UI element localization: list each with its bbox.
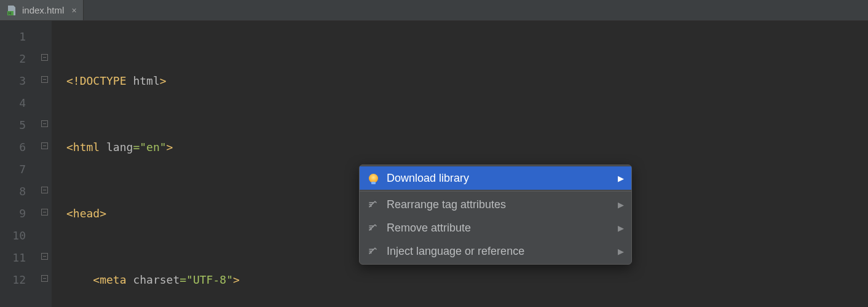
close-icon[interactable]: × [71, 6, 76, 15]
chevron-right-icon: ▶ [618, 247, 624, 256]
fold-toggle-icon[interactable] [41, 187, 48, 193]
svg-text:H: H [9, 10, 12, 15]
line-number: 7 [0, 158, 26, 181]
popup-item-download-library[interactable]: Download library ▶ [360, 166, 631, 190]
code-token: <!DOCTYPE [66, 74, 133, 87]
code-token: = [180, 273, 186, 286]
code-token: " [226, 273, 233, 286]
chevron-right-icon: ▶ [618, 223, 624, 233]
code-token: charset [133, 273, 180, 286]
popup-item-label: Rearrange tag attributes [387, 198, 506, 211]
fold-column [37, 21, 52, 307]
wand-icon [367, 222, 379, 233]
fold-toggle-icon[interactable] [41, 275, 48, 282]
line-number: 10 [0, 225, 26, 247]
line-number: 11 [0, 247, 26, 269]
code-token: en [146, 141, 160, 154]
tab-filename: index.html [22, 5, 64, 15]
line-number: 6 [0, 136, 26, 158]
fold-toggle-icon[interactable] [41, 209, 48, 216]
code-token: <html [66, 141, 106, 154]
line-number-gutter: 1 2 3 4 5 6 7 8 9 10 11 12 [0, 21, 37, 307]
code-token: > [167, 141, 173, 154]
fold-toggle-icon[interactable] [41, 76, 48, 83]
code-token: = [133, 141, 140, 154]
code-token: > [233, 273, 240, 286]
bulb-icon [367, 174, 379, 183]
line-number: 4 [0, 92, 26, 114]
wand-icon [367, 246, 379, 257]
fold-toggle-icon[interactable] [41, 142, 48, 149]
line-number: 9 [0, 203, 26, 225]
popup-item-label: Remove attribute [387, 222, 471, 235]
popup-item-inject-language[interactable]: Inject language or reference ▶ [360, 239, 631, 263]
code-token: html [133, 74, 159, 87]
line-number: 8 [0, 181, 26, 203]
intention-actions-popup: Download library ▶ Rearrange tag attribu… [359, 165, 632, 265]
html-file-icon: H [6, 5, 17, 16]
chevron-right-icon: ▶ [618, 200, 624, 209]
chevron-right-icon: ▶ [618, 174, 624, 183]
code-token: UTF-8 [193, 273, 226, 286]
fold-toggle-icon[interactable] [41, 253, 48, 260]
popup-item-remove-attribute[interactable]: Remove attribute ▶ [360, 216, 631, 239]
file-tab[interactable]: H index.html × [0, 0, 84, 20]
popup-item-label: Download library [387, 172, 469, 185]
popup-item-label: Inject language or reference [387, 245, 524, 258]
popup-separator [360, 191, 631, 192]
code-token: <head> [66, 207, 106, 220]
popup-item-rearrange-attributes[interactable]: Rearrange tag attributes ▶ [360, 193, 631, 216]
code-token: " [140, 141, 146, 154]
code-token: <meta [93, 273, 133, 286]
code-token: " [160, 141, 167, 154]
code-token: lang [106, 141, 133, 154]
fold-toggle-icon[interactable] [41, 120, 48, 127]
line-number: 1 [0, 26, 26, 48]
fold-toggle-icon[interactable] [41, 54, 48, 61]
tab-bar: H index.html × [0, 0, 868, 21]
line-number: 3 [0, 70, 26, 92]
code-token: > [160, 74, 167, 87]
wand-icon [367, 199, 379, 210]
code-token: " [186, 273, 193, 286]
line-number: 5 [0, 114, 26, 136]
line-number: 12 [0, 269, 26, 291]
line-number: 2 [0, 48, 26, 70]
